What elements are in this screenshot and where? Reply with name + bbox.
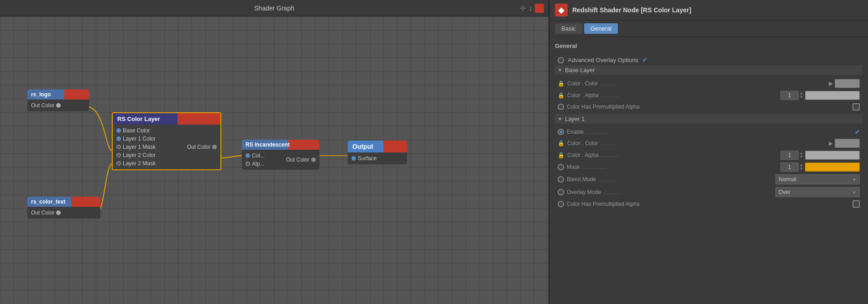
tab-general[interactable]: General: [584, 23, 618, 34]
layer1-overlay-mode-dropdown[interactable]: Over ▼: [775, 187, 860, 197]
layer1-color-alpha-spinner: 1 ▲ ▼: [780, 151, 803, 160]
layer1-mask-spinner-arrows[interactable]: ▲ ▼: [800, 163, 803, 171]
layer1-color-alpha-value[interactable]: 1: [780, 151, 799, 160]
layer1-premultiplied-radio[interactable]: [558, 201, 564, 207]
red-square-icon[interactable]: [535, 4, 544, 13]
panel-node-title: Redshift Shader Node [RS Color Layer]: [572, 6, 691, 14]
layer1-overlay-mode-radio[interactable]: [558, 189, 564, 195]
layer1-blend-mode-radio[interactable]: [558, 176, 564, 183]
output-header: Output: [348, 141, 407, 152]
layer1-overlay-mode-arrow: ▼: [852, 190, 857, 195]
base-premultiplied-radio[interactable]: [558, 104, 564, 110]
shader-graph-panel: Shader Graph ⊹ ↓ rs_logo Out Color: [0, 0, 549, 304]
layer1-blend-mode-value: Normal: [779, 176, 796, 183]
layer1-blend-mode-arrow: ▼: [852, 177, 857, 182]
rs-incandescent-body: Col... Alp... Out Color: [242, 150, 319, 170]
output-title: Output: [352, 143, 373, 150]
base-color-color-arrow[interactable]: ▶: [829, 80, 833, 87]
out-color-right-label: Out Color: [187, 144, 210, 150]
rs-color-text-out-color: Out Color: [31, 209, 97, 217]
layer1-color-alpha-lock: 🔒: [558, 152, 565, 158]
advanced-overlay-label: Advanced Overlay Options: [568, 57, 638, 63]
out-color-port[interactable]: [56, 103, 61, 108]
shader-graph-title: Shader Graph: [254, 5, 294, 12]
layer1-enable-radio[interactable]: [558, 129, 564, 135]
node-output[interactable]: Output Surface: [348, 141, 407, 164]
base-layer-section: ▼ Base Layer 🔒 Color . Color ...........…: [555, 65, 863, 112]
layer1-mask-port[interactable]: [116, 145, 121, 149]
base-color-alpha-row: 🔒 Color . Alpha ............ 1 ▲ ▼: [555, 89, 863, 101]
layer1-overlay-mode-dots: ............: [603, 189, 621, 195]
col-port[interactable]: [246, 153, 250, 158]
layer1-color-color-arrow[interactable]: ▶: [829, 140, 833, 147]
rs-color-text-header: rs_color_text: [27, 197, 100, 207]
panel-tabs: Basic General: [549, 21, 868, 37]
base-color-alpha-value[interactable]: 1: [780, 91, 799, 100]
base-color-alpha-label: Color . Alpha: [567, 92, 599, 99]
layer1-premultiplied-checkbox[interactable]: [852, 200, 860, 208]
base-color-alpha-controls: 1 ▲ ▼: [780, 91, 860, 100]
layer1-blend-mode-dots: ............: [598, 176, 616, 183]
base-color-alpha-lock: 🔒: [558, 92, 565, 99]
layer2-color-port[interactable]: [116, 153, 121, 157]
base-color-alpha-dots: ............: [601, 92, 619, 99]
rs-color-layer-body: Base Color Layer 1 Color Layer 1 Mask Ou…: [113, 125, 220, 169]
base-premultiplied-checkbox[interactable]: [852, 103, 860, 110]
layer1-color-port[interactable]: [116, 136, 121, 141]
move-icon[interactable]: ⊹: [520, 4, 526, 12]
rs-color-text-body: Out Color: [27, 207, 100, 219]
node-rs-color-layer[interactable]: RS Color Layer Base Color Layer 1 Color …: [112, 112, 221, 170]
layer1-blend-mode-row: Blend Mode ............ Normal ▼: [555, 173, 863, 186]
layer1-mask-value[interactable]: 1: [780, 162, 799, 172]
layer1-color-alpha-full: Color . Alpha ............ 1 ▲ ▼: [567, 151, 860, 160]
out-color-incandescent-port[interactable]: [311, 157, 316, 162]
layer2-color-label: Layer 2 Color: [123, 152, 156, 158]
out-color-port2[interactable]: [56, 210, 61, 215]
panel-icon-symbol: ◆: [558, 5, 565, 15]
node-rs-color-text[interactable]: rs_color_text Out Color: [27, 197, 100, 219]
layer1-enable-row: Enable ................ ✔: [555, 126, 863, 137]
layer1-color-color-label-dots: Color . Color ............: [567, 140, 827, 147]
layer1-color-color-lock: 🔒: [558, 140, 565, 147]
base-color-color-swatch[interactable]: [835, 79, 860, 88]
port-layer1-color: Layer 1 Color: [116, 135, 217, 143]
layer1-overlay-mode-full: Overlay Mode ............ Over ▼: [567, 187, 860, 197]
col-label: Col...: [252, 152, 265, 159]
layer1-mask-swatch[interactable]: [805, 162, 860, 172]
layer1-mask-full: Mask ................ 1 ▲ ▼: [567, 162, 860, 172]
node-rs-incandescent[interactable]: RS Incandescent Col... Alp...: [242, 140, 319, 170]
rs-logo-body: Out Color: [27, 100, 89, 111]
layer1-overlay-mode-controls: Over ▼: [775, 187, 860, 197]
base-color-alpha-swatch[interactable]: [805, 91, 860, 100]
layer1-blend-mode-dropdown[interactable]: Normal ▼: [775, 174, 860, 184]
layer1-color-alpha-swatch[interactable]: [805, 151, 860, 160]
out-color-label: Out Color: [31, 102, 54, 109]
layer1-color-color-row: 🔒 Color . Color ............ ▶: [555, 137, 863, 149]
layer1-color-alpha-label-dots: Color . Alpha ............: [567, 152, 779, 158]
layer1-title: ▼ Layer 1: [555, 114, 863, 124]
alp-port[interactable]: [246, 162, 250, 166]
layer1-color-alpha-spinner-arrows[interactable]: ▲ ▼: [800, 152, 803, 159]
layer1-mask-spinner: 1 ▲ ▼: [780, 162, 803, 172]
output-surface-port: Surface: [351, 154, 403, 162]
out-color-incandescent-label: Out Color: [286, 157, 309, 163]
rs-color-text-title: rs_color_text: [31, 199, 65, 205]
node-rs-logo[interactable]: rs_logo Out Color: [27, 89, 89, 111]
layer1-blend-mode-label-dots: Blend Mode ............: [567, 176, 774, 183]
layer2-mask-port[interactable]: [116, 161, 121, 166]
out-color-right-port[interactable]: [212, 145, 217, 149]
tab-basic[interactable]: Basic: [555, 23, 582, 34]
layer1-color-alpha-dots: ............: [601, 152, 619, 158]
download-icon[interactable]: ↓: [528, 4, 532, 12]
layer1-color-color-controls: ▶: [829, 139, 860, 148]
header-icons: ⊹ ↓: [520, 4, 544, 13]
advanced-overlay-radio[interactable]: [558, 57, 564, 63]
layer1-mask-radio[interactable]: [558, 164, 564, 170]
base-color-port[interactable]: [116, 128, 121, 133]
surface-port[interactable]: [351, 156, 356, 161]
base-color-color-row: 🔒 Color . Color ............ ▶: [555, 78, 863, 89]
rs-color-layer-header: RS Color Layer: [113, 113, 220, 125]
layer1-color-color-swatch[interactable]: [835, 139, 860, 148]
graph-canvas[interactable]: rs_logo Out Color rs_color_text Out Colo…: [0, 16, 549, 304]
base-color-alpha-spinner-arrows[interactable]: ▲ ▼: [800, 92, 803, 99]
